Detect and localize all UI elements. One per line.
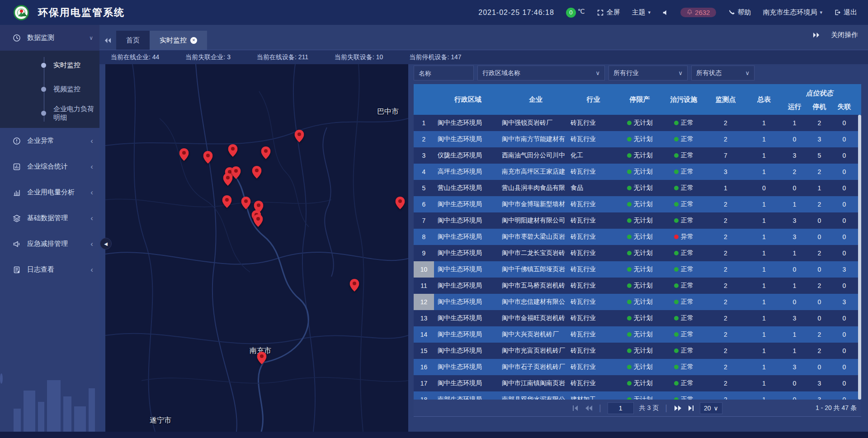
stat-item: 当前在线设备: 211 bbox=[257, 53, 308, 61]
fullscreen-button[interactable]: 全屏 bbox=[597, 8, 620, 17]
table-row[interactable]: 14阆中生态环境局阆中大兴页岩机砖厂砖瓦行业无计划正常21120 bbox=[414, 326, 861, 343]
region-filter-select[interactable]: 行政区域名称 ∨ bbox=[477, 66, 605, 80]
cell-company: 阆中千佛镇五郎垭页岩 bbox=[502, 265, 570, 273]
table-row[interactable]: 2阆中生态环境局阆中市南方节能建材有砖瓦行业无计划正常21030 bbox=[414, 131, 861, 147]
map-city-label: 巴中市 bbox=[377, 107, 399, 117]
map-pin-icon[interactable] bbox=[241, 197, 251, 211]
map-pin-icon[interactable] bbox=[257, 352, 267, 366]
notification-count: 2632 bbox=[695, 9, 710, 16]
table-row[interactable]: 1阆中生态环境局阆中强锐页岩砖厂砖瓦行业无计划正常21120 bbox=[414, 115, 861, 131]
org-menu[interactable]: 南充市生态环境局▾ bbox=[763, 8, 822, 17]
table-scrollbar[interactable] bbox=[858, 115, 861, 400]
table-row[interactable]: 8阆中生态环境局阆中市枣碧大梁山页岩砖瓦行业无计划异常21300 bbox=[414, 229, 861, 245]
chevron-left-icon: ‹ bbox=[90, 188, 93, 197]
last-page-button[interactable] bbox=[687, 405, 694, 411]
cell-limit-status: 无计划 bbox=[617, 298, 662, 306]
name-filter-input[interactable] bbox=[414, 66, 474, 80]
table-row[interactable]: 5营山生态环境局营山县润丰肉食品有限食品无计划正常10010 bbox=[414, 180, 861, 196]
industry-filter-select[interactable]: 所有行业 ∨ bbox=[609, 66, 688, 80]
sidebar-item-enterprise-statistics[interactable]: 企业综合统计‹ bbox=[0, 154, 99, 179]
sidebar-item-log-view[interactable]: 日志查看‹ bbox=[0, 257, 99, 283]
cell-run: 3 bbox=[782, 233, 807, 240]
table-row[interactable]: 13阆中生态环境局阆中市金福旺页岩机砖砖瓦行业无计划正常21300 bbox=[414, 310, 861, 326]
tab-home[interactable]: 首页 bbox=[116, 31, 150, 50]
close-operations-button[interactable]: 关闭操作 bbox=[831, 31, 858, 39]
right-panel: 行政区域名称 ∨ 所有行业 ∨ 所有状态 ∨ 行政区域 企业 行业 停限产 治污… bbox=[414, 66, 861, 417]
log-icon bbox=[13, 266, 22, 274]
table-row[interactable]: 7阆中生态环境局阆中明阳建材有限公司砖瓦行业无计划正常21300 bbox=[414, 212, 861, 229]
cell-region: 阆中生态环境局 bbox=[434, 379, 502, 387]
map-pin-icon[interactable] bbox=[228, 144, 238, 159]
col-lost: 失联 bbox=[832, 99, 857, 115]
status-filter-select[interactable]: 所有状态 ∨ bbox=[691, 66, 755, 80]
cell-meters: 1 bbox=[746, 331, 782, 338]
page-size-select[interactable]: 20 ∨ bbox=[700, 402, 722, 414]
status-dot-green bbox=[674, 300, 679, 304]
next-page-button[interactable] bbox=[674, 405, 682, 411]
table-row[interactable]: 11阆中生态环境局阆中市五马桥页岩机砖砖瓦行业无计划正常21120 bbox=[414, 278, 861, 294]
status-dot-green bbox=[674, 121, 679, 125]
map-pin-icon[interactable] bbox=[295, 130, 304, 144]
page-number-input[interactable] bbox=[608, 402, 634, 414]
cell-limit-status: 无计划 bbox=[617, 347, 662, 355]
table-row[interactable]: 12阆中生态环境局阆中市忠信建材有限公砖瓦行业无计划正常21003 bbox=[414, 294, 861, 310]
cell-run: 1 bbox=[782, 331, 807, 338]
cell-region: 阆中生态环境局 bbox=[434, 298, 502, 306]
prev-page-button[interactable] bbox=[585, 405, 593, 411]
help-button[interactable]: 帮助 bbox=[728, 8, 751, 17]
chevron-down-icon: ▾ bbox=[820, 9, 822, 15]
col-stop: 停机 bbox=[807, 99, 832, 115]
cell-points: 2 bbox=[705, 136, 746, 143]
logout-button[interactable]: 退出 bbox=[834, 8, 857, 17]
theme-button[interactable]: 主题▾ bbox=[632, 8, 651, 17]
cell-region: 阆中生态环境局 bbox=[434, 314, 502, 322]
row-index: 13 bbox=[414, 310, 434, 326]
bullet-dot-icon bbox=[41, 111, 46, 116]
map-pin-icon[interactable] bbox=[231, 166, 241, 181]
table-row[interactable]: 16阆中生态环境局阆中市石子页岩机砖厂砖瓦行业无计划正常21300 bbox=[414, 359, 861, 375]
map-pin-icon[interactable] bbox=[261, 146, 271, 161]
mute-button[interactable] bbox=[662, 9, 669, 16]
sidebar-item-data-monitoring[interactable]: 数据监测∨ bbox=[0, 25, 99, 51]
cell-limit-status: 无计划 bbox=[617, 379, 662, 387]
cell-lost: 0 bbox=[832, 396, 857, 400]
cell-stop: 3 bbox=[807, 380, 832, 387]
sidebar-item-realtime-monitoring[interactable]: 实时监控 bbox=[0, 53, 99, 77]
table-row[interactable]: 6阆中生态环境局阆中市金博瑞新型墙材砖瓦行业无计划正常21120 bbox=[414, 196, 861, 212]
close-icon[interactable]: ✕ bbox=[190, 37, 197, 44]
first-page-button[interactable] bbox=[572, 405, 579, 411]
sidebar-item-power-load-detail[interactable]: 企业电力负荷明细 bbox=[0, 101, 99, 125]
map-pin-icon[interactable] bbox=[252, 166, 262, 180]
cell-limit-status: 无计划 bbox=[617, 314, 662, 322]
cell-facility-status: 正常 bbox=[662, 282, 705, 290]
tabs-scroll-right-button[interactable] bbox=[808, 25, 825, 44]
table-row[interactable]: 3仪陇生态环境局西南油气田分公司川中化工无计划正常71350 bbox=[414, 147, 861, 164]
table-row[interactable]: 10阆中生态环境局阆中千佛镇五郎垭页岩砖瓦行业无计划正常21003 bbox=[414, 261, 861, 278]
map-pin-icon[interactable] bbox=[396, 197, 405, 211]
table-row[interactable]: 15阆中生态环境局阆中市光富页岩机砖厂砖瓦行业无计划正常21120 bbox=[414, 343, 861, 359]
table-row[interactable]: 4高坪生态环境局南充市高坪区王家店建砖瓦行业无计划正常31220 bbox=[414, 164, 861, 180]
notification-badge[interactable]: 2632 bbox=[680, 8, 716, 17]
map-pin-icon[interactable] bbox=[203, 151, 213, 165]
table-row[interactable]: 17阆中生态环境局阆中市江南镇阆南页岩砖瓦行业无计划正常21030 bbox=[414, 375, 861, 391]
row-index: 2 bbox=[414, 131, 434, 147]
map-collapse-button[interactable]: ◀ bbox=[100, 238, 112, 250]
sidebar-item-basic-data[interactable]: 基础数据管理‹ bbox=[0, 205, 99, 231]
status-dot-green bbox=[627, 300, 632, 304]
table-row[interactable]: 18南部生态环境局南部县双华水泥有限公建材加工无计划正常21030 bbox=[414, 391, 861, 400]
map-panel[interactable]: 巴中市南充市遂宁市 ◀ bbox=[105, 64, 408, 432]
map-pin-icon[interactable] bbox=[254, 214, 263, 229]
sidebar-item-video-monitoring[interactable]: 视频监控 bbox=[0, 77, 99, 101]
sidebar-item-electricity-analysis[interactable]: 企业用电量分析‹ bbox=[0, 179, 99, 205]
cell-industry: 砖瓦行业 bbox=[570, 200, 617, 208]
tab-realtime[interactable]: 实时监控✕ bbox=[150, 31, 207, 50]
table-row[interactable]: 9阆中生态环境局阆中市二龙长宝页岩砖砖瓦行业无计划正常21120 bbox=[414, 245, 861, 261]
map-pin-icon[interactable] bbox=[179, 148, 189, 163]
map-pin-icon[interactable] bbox=[350, 279, 359, 293]
row-index: 4 bbox=[414, 164, 434, 180]
map-pin-icon[interactable] bbox=[222, 195, 232, 210]
sidebar-item-emergency-reduction[interactable]: 应急减排管理‹ bbox=[0, 231, 99, 257]
sidebar-item-enterprise-abnormal[interactable]: 企业异常‹ bbox=[0, 128, 99, 154]
tabs-scroll-left-button[interactable] bbox=[99, 31, 116, 50]
map-pin-icon[interactable] bbox=[223, 173, 233, 188]
